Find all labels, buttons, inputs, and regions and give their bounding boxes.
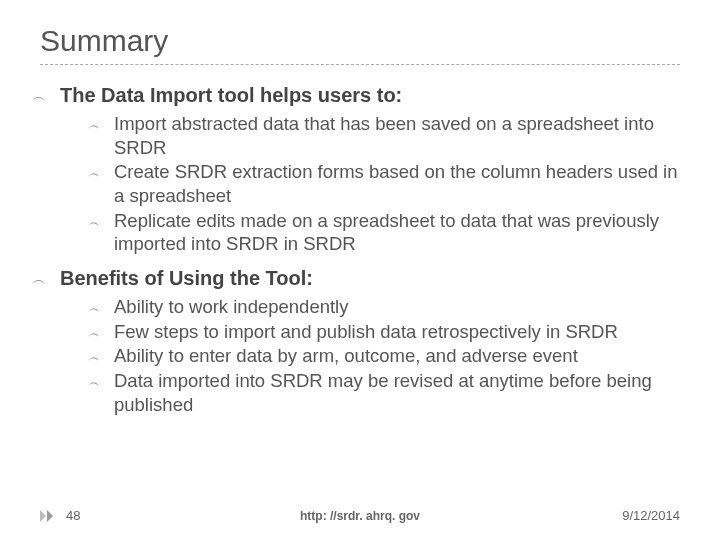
bullet-icon: ︵ [88, 165, 100, 182]
list-item: ︵ Few steps to import and publish data r… [88, 320, 680, 344]
page-number: 48 [66, 508, 80, 523]
list-item: ︵ Replicate edits made on a spreadsheet … [88, 209, 680, 256]
slide-footer: 48 http: //srdr. ahrq. gov 9/12/2014 [0, 508, 720, 523]
sub-text: Ability to enter data by arm, outcome, a… [114, 344, 578, 368]
sub-text: Import abstracted data that has been sav… [114, 112, 680, 159]
svg-marker-1 [47, 510, 53, 522]
sub-text: Create SRDR extraction forms based on th… [114, 160, 680, 207]
sublist-1: ︵ Import abstracted data that has been s… [88, 112, 680, 256]
bullet-icon: ︵ [32, 271, 46, 289]
sub-text: Replicate edits made on a spreadsheet to… [114, 209, 680, 256]
bullet-main-1: ︵ The Data Import tool helps users to: [32, 83, 680, 108]
sub-text: Ability to work independently [114, 295, 348, 319]
bullet-icon: ︵ [32, 88, 46, 106]
slide-body: Summary ︵ The Data Import tool helps use… [0, 0, 720, 446]
bullet-icon: ︵ [88, 117, 100, 134]
sub-text: Few steps to import and publish data ret… [114, 320, 618, 344]
sub-text: Data imported into SRDR may be revised a… [114, 369, 680, 416]
bullet-icon: ︵ [88, 300, 100, 317]
list-item: ︵ Ability to work independently [88, 295, 680, 319]
svg-marker-0 [40, 510, 46, 522]
list-item: ︵ Create SRDR extraction forms based on … [88, 160, 680, 207]
bullet-main-1-text: The Data Import tool helps users to: [60, 83, 402, 108]
bullet-icon: ︵ [88, 325, 100, 342]
footer-date: 9/12/2014 [622, 508, 680, 523]
bullet-main-2: ︵ Benefits of Using the Tool: [32, 266, 680, 291]
bullet-icon: ︵ [88, 214, 100, 231]
bullet-main-2-text: Benefits of Using the Tool: [60, 266, 313, 291]
slide-title: Summary [40, 24, 680, 65]
bullet-icon: ︵ [88, 349, 100, 366]
list-item: ︵ Ability to enter data by arm, outcome,… [88, 344, 680, 368]
sublist-2: ︵ Ability to work independently ︵ Few st… [88, 295, 680, 416]
list-item: ︵ Data imported into SRDR may be revised… [88, 369, 680, 416]
footer-link: http: //srdr. ahrq. gov [300, 509, 420, 523]
play-icon [40, 510, 54, 522]
bullet-icon: ︵ [88, 374, 100, 391]
list-item: ︵ Import abstracted data that has been s… [88, 112, 680, 159]
